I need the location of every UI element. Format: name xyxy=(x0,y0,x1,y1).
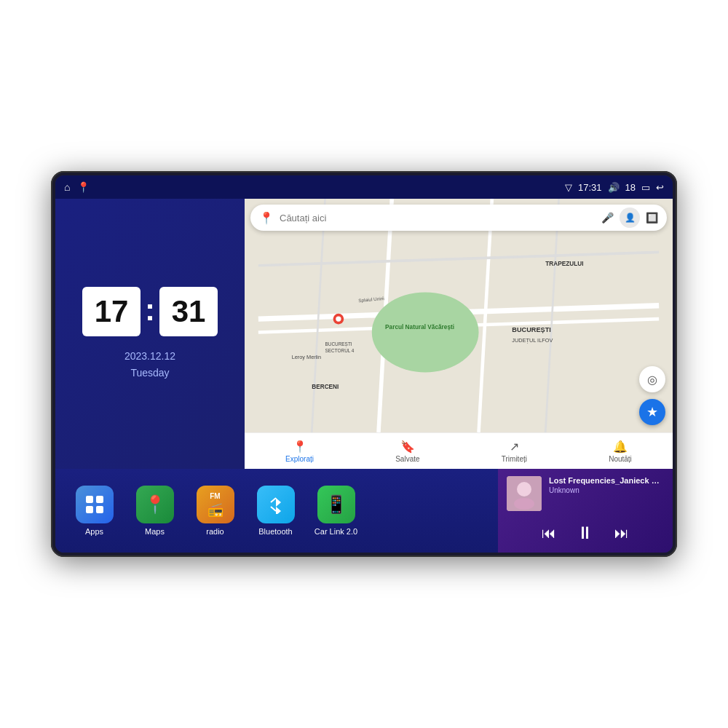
music-top: Lost Frequencies_Janieck Devy-... Unknow… xyxy=(507,476,664,511)
send-icon: ↗ xyxy=(510,440,519,454)
send-label: Trimiteți xyxy=(502,455,527,463)
map-nav-news[interactable]: 🔔 Noutăți xyxy=(609,440,632,463)
clock-hour: 17 xyxy=(82,287,141,336)
music-title: Lost Frequencies_Janieck Devy-... xyxy=(549,476,664,485)
carlink-icon: 📱 xyxy=(317,486,355,523)
music-prev-button[interactable]: ⏮ xyxy=(539,522,559,545)
battery-level: 18 xyxy=(625,182,636,193)
maps-pin-icon: 📍 xyxy=(259,211,274,225)
user-avatar[interactable]: 👤 xyxy=(620,207,640,228)
main-content: 17 : 31 2023.12.12 Tuesday xyxy=(55,199,673,553)
saved-label: Salvate xyxy=(395,455,419,463)
clock-panel: 17 : 31 2023.12.12 Tuesday xyxy=(55,199,245,469)
explore-icon: 📍 xyxy=(293,440,307,454)
svg-rect-23 xyxy=(96,506,103,513)
svg-rect-20 xyxy=(86,496,93,503)
explore-label: Explorați xyxy=(285,455,314,463)
maps-app-icon: 📍 xyxy=(136,486,174,523)
map-nav-explore[interactable]: 📍 Explorați xyxy=(285,440,314,463)
map-nav-saved[interactable]: 🔖 Salvate xyxy=(395,440,419,463)
music-panel: Lost Frequencies_Janieck Devy-... Unknow… xyxy=(498,469,673,553)
svg-rect-21 xyxy=(96,496,103,503)
svg-text:TRAPEZULUI: TRAPEZULUI xyxy=(545,261,583,267)
svg-text:Leroy Merlin: Leroy Merlin xyxy=(292,354,321,360)
music-play-button[interactable]: ⏸ xyxy=(574,520,597,546)
map-panel[interactable]: Parcul Natural Văcărești Leroy Merlin TR… xyxy=(245,199,673,469)
map-bottom-bar: 📍 Explorați 🔖 Salvate ↗ Trimiteți 🔔 xyxy=(245,432,673,469)
bluetooth-label: Bluetooth xyxy=(258,527,292,536)
svg-rect-22 xyxy=(86,506,93,513)
news-icon: 🔔 xyxy=(613,440,628,454)
device-screen: ⌂ 📍 ▽ 17:31 🔊 18 ▭ ↩ 17 : xyxy=(55,175,673,553)
locate-button[interactable]: ◎ xyxy=(639,366,665,392)
app-item-carlink[interactable]: 📱 Car Link 2.0 xyxy=(309,486,363,536)
back-icon[interactable]: ↩ xyxy=(656,182,664,193)
svg-text:BUCUREȘTI: BUCUREȘTI xyxy=(512,326,550,333)
app-item-radio[interactable]: FM 📻 radio xyxy=(188,486,242,536)
battery-icon: ▭ xyxy=(641,182,650,193)
music-thumbnail xyxy=(507,476,542,511)
svg-text:SECTORUL 4: SECTORUL 4 xyxy=(325,348,355,353)
map-search-bar[interactable]: 📍 🎤 👤 🔲 xyxy=(250,205,667,231)
music-artist: Unknown xyxy=(549,486,664,494)
mic-icon[interactable]: 🎤 xyxy=(601,212,614,223)
svg-point-8 xyxy=(372,292,479,372)
app-item-maps[interactable]: 📍 Maps xyxy=(127,486,182,536)
svg-text:BUCUREȘTI: BUCUREȘTI xyxy=(325,341,352,347)
svg-point-19 xyxy=(336,316,341,321)
home-icon[interactable]: ⌂ xyxy=(64,181,70,193)
layers-icon[interactable]: 🔲 xyxy=(646,212,658,223)
saved-icon: 🔖 xyxy=(400,440,415,454)
volume-icon: 🔊 xyxy=(608,182,620,193)
apps-icon xyxy=(76,486,114,523)
device-frame: ⌂ 📍 ▽ 17:31 🔊 18 ▭ ↩ 17 : xyxy=(51,171,677,557)
svg-point-26 xyxy=(514,498,534,510)
radio-icon: FM 📻 xyxy=(197,486,234,523)
carlink-label: Car Link 2.0 xyxy=(314,527,357,536)
map-nav-send[interactable]: ↗ Trimiteți xyxy=(502,440,527,463)
app-item-bluetooth[interactable]: Bluetooth xyxy=(248,486,303,536)
map-container: Parcul Natural Văcărești Leroy Merlin TR… xyxy=(245,199,673,469)
clock-display: 17 : 31 xyxy=(82,287,218,336)
music-info: Lost Frequencies_Janieck Devy-... Unknow… xyxy=(549,476,664,494)
bluetooth-icon xyxy=(257,486,295,523)
news-label: Noutăți xyxy=(609,455,632,463)
svg-text:JUDEȚUL ILFOV: JUDEȚUL ILFOV xyxy=(512,337,553,344)
navigate-fab[interactable]: ★ xyxy=(639,399,665,425)
svg-point-25 xyxy=(517,482,531,496)
top-row: 17 : 31 2023.12.12 Tuesday xyxy=(55,199,673,469)
status-time: 17:31 xyxy=(578,182,602,193)
status-bar: ⌂ 📍 ▽ 17:31 🔊 18 ▭ ↩ xyxy=(55,175,673,199)
app-item-apps[interactable]: Apps xyxy=(67,486,122,536)
maps-label: Maps xyxy=(145,527,165,536)
svg-text:BERCENI: BERCENI xyxy=(312,384,339,390)
music-next-button[interactable]: ⏭ xyxy=(612,522,632,545)
maps-status-icon[interactable]: 📍 xyxy=(77,181,90,193)
clock-date: 2023.12.12 Tuesday xyxy=(124,348,175,381)
clock-colon: : xyxy=(145,293,155,328)
status-bar-right: ▽ 17:31 🔊 18 ▭ ↩ xyxy=(565,182,664,193)
svg-text:Parcul Natural Văcărești: Parcul Natural Văcărești xyxy=(385,324,454,331)
apps-label: Apps xyxy=(85,527,103,536)
apps-bar: Apps 📍 Maps FM 📻 radio xyxy=(55,469,498,553)
music-controls: ⏮ ⏸ ⏭ xyxy=(507,520,664,546)
radio-label: radio xyxy=(206,527,223,536)
clock-minute: 31 xyxy=(159,287,218,336)
bottom-row: Apps 📍 Maps FM 📻 radio xyxy=(55,469,673,553)
status-bar-left: ⌂ 📍 xyxy=(64,181,90,193)
signal-icon: ▽ xyxy=(565,182,572,193)
map-search-input[interactable] xyxy=(280,213,596,223)
